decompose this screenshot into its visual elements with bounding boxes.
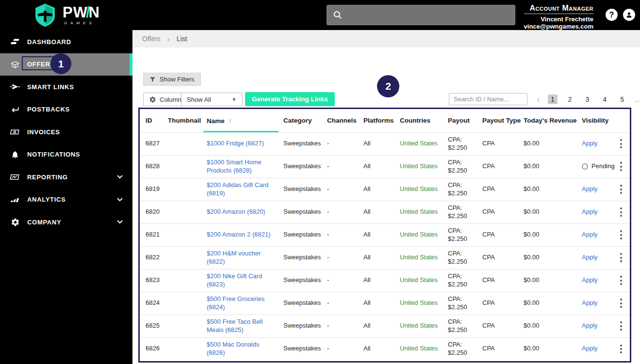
offer-name-link[interactable]: $200 Amazon (6820) <box>207 208 265 215</box>
col-visibility[interactable]: Visibility <box>582 109 617 132</box>
cell-visibility: Apply <box>582 223 617 246</box>
cell-name: $500 Free Groceries (6824) <box>207 292 283 315</box>
kebab-menu-icon[interactable] <box>617 228 625 242</box>
cell-id: 6822 <box>140 246 168 269</box>
apply-link[interactable]: Apply <box>582 345 598 352</box>
kebab-menu-icon[interactable] <box>617 205 625 220</box>
table-row: 6826$500 Mac Donalds (6826)Sweepstakes-A… <box>140 337 630 360</box>
offer-name-link[interactable]: $500 Free Groceries (6824) <box>207 295 264 311</box>
cell-countries: United States <box>400 337 448 360</box>
apply-link[interactable]: Apply <box>582 231 598 238</box>
offer-name-link[interactable]: $200 H&M voucher (6822) <box>207 250 261 265</box>
cell-platforms: All <box>363 292 400 315</box>
kebab-menu-icon[interactable] <box>617 273 625 288</box>
breadcrumb-offers[interactable]: Offers <box>142 35 161 43</box>
account-role-label: Account Manager <box>524 4 593 14</box>
offer-name-link[interactable]: $200 Nike Gift Card (6823) <box>207 272 262 288</box>
apply-link[interactable]: Apply <box>582 276 598 284</box>
show-all-select[interactable]: Show All ▼ <box>181 93 243 106</box>
sidebar-item-dashboard[interactable]: DASHBOARD <box>0 31 132 53</box>
cell-todays-revenue: $0.00 <box>524 246 582 269</box>
sidebar-item-company[interactable]: COMPANY <box>0 211 132 234</box>
chevron-down-icon <box>117 175 123 179</box>
col-actions <box>617 109 630 132</box>
col-channels[interactable]: Channels <box>327 109 363 132</box>
account-email: vince@pwngames.com <box>524 23 593 30</box>
cell-payout-type: CPA <box>482 155 524 178</box>
cell-todays-revenue: $0.00 <box>524 132 582 155</box>
kebab-menu-icon[interactable] <box>617 251 625 265</box>
show-filters-button[interactable]: Show Filters <box>143 73 201 86</box>
offer-name-link[interactable]: $500 Mac Donalds (6826) <box>207 341 259 356</box>
cell-category: Sweepstakes <box>283 155 327 178</box>
generate-tracking-links-button[interactable]: Generate Tracking Links <box>245 92 335 106</box>
apply-link[interactable]: Apply <box>582 299 598 306</box>
offers-search-input[interactable] <box>449 93 527 105</box>
global-search-input[interactable] <box>347 11 509 19</box>
cell-channels: - <box>327 178 363 201</box>
cell-category: Sweepstakes <box>283 201 327 223</box>
cell-channels: - <box>327 155 363 178</box>
col-payout-type[interactable]: Payout Type <box>482 109 524 132</box>
page-button-1[interactable]: 1 <box>548 95 558 104</box>
table-row: 6819$200 Adidas Gift Card (6819)Sweepsta… <box>140 178 630 201</box>
user-avatar-icon[interactable] <box>623 9 635 21</box>
cell-channels: - <box>327 246 363 269</box>
notifications-icon <box>10 149 20 160</box>
col-payout[interactable]: Payout <box>448 109 482 132</box>
col-id[interactable]: ID <box>140 109 168 132</box>
kebab-menu-icon[interactable] <box>617 182 625 197</box>
kebab-menu-icon[interactable] <box>617 137 625 151</box>
cell-id: 6820 <box>140 201 168 223</box>
page-button-4[interactable]: 4 <box>600 95 609 104</box>
col-name[interactable]: Name↑ <box>207 109 283 132</box>
offer-name-link[interactable]: $200 Adidas Gift Card (6819) <box>207 181 268 197</box>
kebab-menu-icon[interactable] <box>617 319 625 333</box>
cell-payout: CPA: $2.250 <box>448 155 482 178</box>
kebab-menu-icon[interactable] <box>617 159 625 174</box>
cell-payout: CPA: $2.250 <box>448 132 482 155</box>
cell-platforms: All <box>363 223 400 246</box>
apply-link[interactable]: Apply <box>582 322 598 329</box>
cell-payout-type: CPA <box>482 246 524 269</box>
sidebar-item-smart-links[interactable]: SMART LINKS <box>0 76 132 98</box>
col-platforms[interactable]: Platforms <box>363 109 400 132</box>
kebab-menu-icon[interactable] <box>617 296 625 311</box>
page-button-2[interactable]: 2 <box>565 95 575 104</box>
chevron-down-icon <box>117 220 123 224</box>
page-button-5[interactable]: 5 <box>617 95 627 104</box>
cell-platforms: All <box>363 155 400 178</box>
sidebar-item-analytics[interactable]: ANALYTICS <box>0 189 132 211</box>
apply-link[interactable]: Apply <box>582 140 598 147</box>
sidebar-item-postbacks[interactable]: POSTBACKS <box>0 98 132 121</box>
offer-name-link[interactable]: $1000 Fridge (6827) <box>207 140 264 147</box>
cell-payout-type: CPA <box>482 292 524 315</box>
filter-funnel-icon <box>149 76 156 82</box>
offer-name-link[interactable]: $200 Amazon 2 (6821) <box>207 231 271 238</box>
cell-category: Sweepstakes <box>283 337 327 360</box>
cell-visibility: Apply <box>582 178 617 201</box>
brand-wordmark: PW/N GAMES <box>63 5 100 25</box>
page-button-3[interactable]: 3 <box>583 95 592 104</box>
col-category[interactable]: Category <box>283 109 327 132</box>
offer-name-link[interactable]: $500 Free Taco Bell Meals (6825) <box>207 318 263 333</box>
cell-id: 6828 <box>140 155 168 178</box>
col-countries[interactable]: Countries <box>400 109 448 132</box>
breadcrumb-chevron-icon: › <box>167 35 170 43</box>
apply-link[interactable]: Apply <box>582 208 598 215</box>
breadcrumb: Offers › List <box>132 30 640 47</box>
apply-link[interactable]: Apply <box>582 253 598 261</box>
kebab-menu-icon[interactable] <box>617 342 625 356</box>
col-todays-revenue[interactable]: Today's Revenue <box>524 109 582 132</box>
brand-logo[interactable]: PW/N GAMES <box>0 0 132 30</box>
sidebar-item-reporting[interactable]: REPORTING <box>0 166 132 189</box>
apply-link[interactable]: Apply <box>582 185 598 192</box>
global-search[interactable] <box>327 5 515 25</box>
cell-thumbnail <box>168 178 207 201</box>
offer-name-link[interactable]: $1000 Smart Home Products (6828) <box>207 158 262 174</box>
sidebar-item-invoices[interactable]: INVOICES <box>0 121 132 143</box>
col-thumbnail[interactable]: Thumbnail <box>168 109 207 132</box>
help-icon[interactable]: ? <box>606 9 618 21</box>
sidebar-item-notifications[interactable]: NOTIFICATIONS <box>0 143 132 166</box>
account-area: Account Manager Vincent Frechette vince@… <box>524 4 635 30</box>
